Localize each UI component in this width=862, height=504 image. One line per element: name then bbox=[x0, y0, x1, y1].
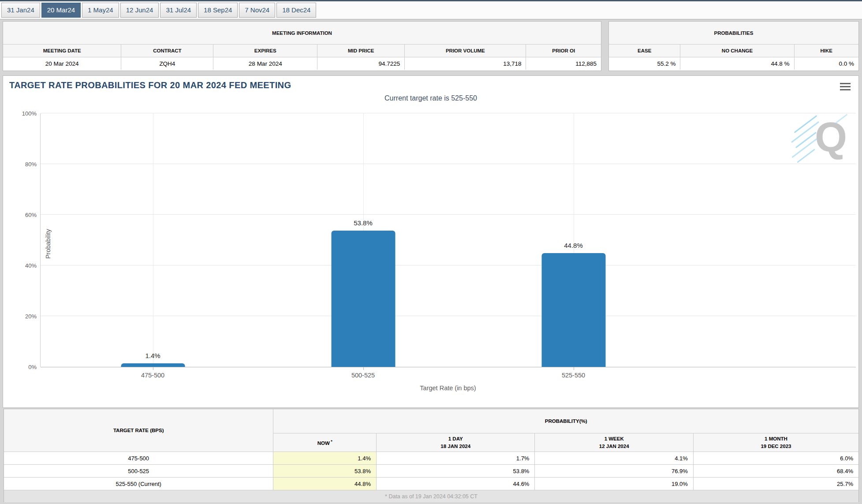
meeting-value-prior-volume: 13,718 bbox=[405, 57, 526, 70]
probability-cell: 19.0% bbox=[535, 478, 693, 490]
meeting-information-header-row: MEETING DATECONTRACTEXPIRESMID PRICEPRIO… bbox=[3, 45, 601, 57]
bar-value-label-525-550: 44.8% bbox=[564, 242, 583, 249]
category-slot-475-500: 1.4%475-500 bbox=[48, 113, 258, 367]
row-label: 525-550 (Current) bbox=[4, 478, 273, 490]
bar-475-500[interactable] bbox=[121, 363, 185, 367]
bar-500-525[interactable] bbox=[331, 231, 395, 367]
row-label: 475-500 bbox=[4, 452, 273, 464]
probability-cell: 25.7% bbox=[694, 478, 858, 490]
tab-31-jul24[interactable]: 31 Jul24 bbox=[160, 3, 197, 18]
y-gridline-0 bbox=[41, 367, 856, 367]
subheader-1-day: 1 DAY18 JAN 2024 bbox=[377, 433, 535, 452]
history-row-500-525: 500-52553.8%53.8%76.9%68.4% bbox=[4, 465, 858, 478]
probability-cell: 6.0% bbox=[694, 452, 858, 464]
x-axis-label-475-500: 475-500 bbox=[141, 372, 164, 379]
chart-context-menu-icon[interactable] bbox=[840, 83, 851, 90]
meeting-value-meeting-date: 20 Mar 2024 bbox=[3, 57, 121, 70]
column-header-prior-volume: PRIOR VOLUME bbox=[405, 45, 526, 57]
tab-18-dec24[interactable]: 18 Dec24 bbox=[276, 3, 316, 18]
meeting-information-table: MEETING INFORMATION MEETING DATECONTRACT… bbox=[3, 21, 601, 71]
x-gridline-475-500 bbox=[153, 113, 153, 367]
y-tick-label-60: 60% bbox=[25, 212, 37, 218]
now-probability-cell: 53.8% bbox=[273, 465, 377, 477]
tab-31-jan24[interactable]: 31 Jan24 bbox=[1, 3, 40, 18]
probability-cell: 68.4% bbox=[694, 465, 858, 477]
meeting-value-contract: ZQH4 bbox=[121, 57, 213, 70]
x-tick-475-500 bbox=[153, 367, 153, 370]
y-tick-label-80: 80% bbox=[25, 161, 37, 168]
column-header-prior-oi: PRIOR OI bbox=[526, 45, 601, 57]
tab-12-jun24[interactable]: 12 Jun24 bbox=[120, 3, 159, 18]
column-header-meeting-date: MEETING DATE bbox=[3, 45, 121, 57]
y-tick-label-40: 40% bbox=[25, 262, 37, 269]
column-header-mid-price: MID PRICE bbox=[317, 45, 405, 57]
target-rate-bps-header: TARGET RATE (BPS) bbox=[4, 409, 273, 452]
tab-20-mar24[interactable]: 20 Mar24 bbox=[41, 3, 81, 18]
meeting-value-expires: 28 Mar 2024 bbox=[213, 57, 317, 70]
column-header-ease: EASE bbox=[609, 45, 680, 57]
history-table-header: TARGET RATE (BPS) PROBABILITY(%) NOW *1 … bbox=[4, 409, 858, 452]
column-header-no-change: NO CHANGE bbox=[680, 45, 794, 57]
subheader-1-month: 1 MONTH19 DEC 2023 bbox=[694, 433, 858, 452]
probability-value-hike: 0.0 % bbox=[795, 57, 858, 70]
meeting-information-title: MEETING INFORMATION bbox=[3, 22, 601, 45]
hamburger-icon bbox=[840, 83, 851, 84]
probabilities-summary-header-row: EASENO CHANGEHIKE bbox=[609, 45, 858, 57]
probabilities-summary-table: PROBABILITIES EASENO CHANGEHIKE 55.2 %44… bbox=[608, 21, 859, 71]
column-header-contract: CONTRACT bbox=[121, 45, 213, 57]
bar-value-label-475-500: 1.4% bbox=[145, 352, 160, 359]
y-tick-label-100: 100% bbox=[22, 110, 37, 117]
chart-subtitle: Current target rate is 525-550 bbox=[3, 94, 858, 102]
subheader-1-week: 1 WEEK12 JAN 2024 bbox=[535, 433, 693, 452]
bar-value-label-500-525: 53.8% bbox=[354, 219, 373, 227]
meeting-value-prior-oi: 112,885 bbox=[526, 57, 601, 70]
row-label: 500-525 bbox=[4, 465, 273, 477]
probability-cell: 44.6% bbox=[377, 478, 535, 490]
history-table-body: 475-5001.4%1.7%4.1%6.0%500-52553.8%53.8%… bbox=[4, 452, 858, 490]
subheader-now: NOW * bbox=[273, 433, 377, 452]
x-axis-title: Target Rate (in bps) bbox=[40, 385, 856, 392]
meeting-information-value-row: 20 Mar 2024ZQH428 Mar 202494.722513,7181… bbox=[3, 57, 601, 70]
history-row-525-550-current-: 525-550 (Current)44.8%44.6%19.0%25.7% bbox=[4, 478, 858, 490]
probabilities-summary-title: PROBABILITIES bbox=[609, 22, 858, 45]
x-axis-label-525-550: 525-550 bbox=[562, 372, 585, 379]
probability-cell: 4.1% bbox=[535, 452, 693, 464]
meeting-value-mid-price: 94.7225 bbox=[317, 57, 405, 70]
x-axis-label-500-525: 500-525 bbox=[351, 372, 375, 379]
tab-1-may24[interactable]: 1 May24 bbox=[82, 3, 119, 18]
probability-value-no-change: 44.8 % bbox=[680, 57, 794, 70]
category-slot-525-550: 44.8%525-550 bbox=[468, 113, 679, 367]
column-header-hike: HIKE bbox=[795, 45, 858, 57]
data-as-of-footnote: * Data as of 19 Jan 2024 04:32:05 CT bbox=[4, 490, 858, 502]
bar-525-550[interactable] bbox=[541, 253, 605, 367]
meeting-tab-bar: 31 Jan2420 Mar241 May2412 Jun2431 Jul241… bbox=[0, 0, 862, 19]
fedwatch-page: { "tabs": { "active": "20 Mar24", "items… bbox=[0, 0, 862, 504]
tab-7-nov24[interactable]: 7 Nov24 bbox=[239, 3, 275, 18]
probabilities-summary-value-row: 55.2 %44.8 %0.0 % bbox=[609, 57, 858, 70]
history-row-475-500: 475-5001.4%1.7%4.1%6.0% bbox=[4, 452, 858, 465]
y-tick-label-0: 0% bbox=[28, 364, 37, 370]
now-probability-cell: 1.4% bbox=[273, 452, 377, 464]
target-rate-chart-panel: TARGET RATE PROBABILITIES FOR 20 MAR 202… bbox=[3, 75, 859, 408]
plot-area: 0%20%40%60%80%100%1.4%475-50053.8%500-52… bbox=[40, 113, 856, 367]
column-header-expires: EXPIRES bbox=[213, 45, 317, 57]
y-axis-title: Probability bbox=[45, 209, 52, 279]
tab-18-sep24[interactable]: 18 Sep24 bbox=[198, 3, 238, 18]
probability-group-header: PROBABILITY(%) bbox=[273, 409, 858, 433]
now-probability-cell: 44.8% bbox=[273, 478, 377, 490]
probability-cell: 76.9% bbox=[535, 465, 693, 477]
chart-title: TARGET RATE PROBABILITIES FOR 20 MAR 202… bbox=[9, 80, 291, 90]
category-slot-500-525: 53.8%500-525 bbox=[258, 113, 468, 367]
y-tick-label-20: 20% bbox=[25, 313, 37, 320]
probability-history-table: TARGET RATE (BPS) PROBABILITY(%) NOW *1 … bbox=[4, 409, 859, 502]
probability-cell: 53.8% bbox=[377, 465, 535, 477]
probability-value-ease: 55.2 % bbox=[609, 57, 680, 70]
x-tick-525-550 bbox=[574, 367, 574, 370]
probability-cell: 1.7% bbox=[377, 452, 535, 464]
x-tick-500-525 bbox=[363, 367, 364, 370]
history-table-subheaders: NOW *1 DAY18 JAN 20241 WEEK12 JAN 20241 … bbox=[273, 433, 858, 452]
